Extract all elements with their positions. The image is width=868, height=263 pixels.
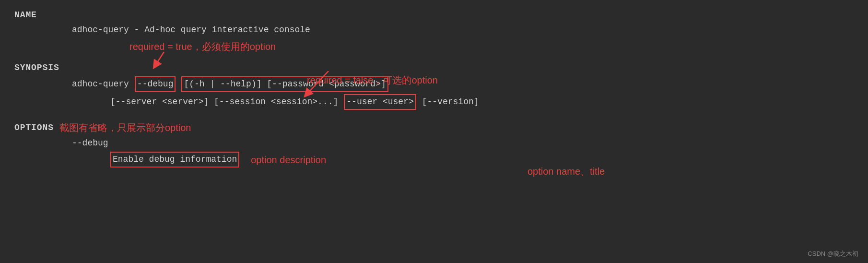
required-false-annotation: required = false，可选的option bbox=[307, 73, 438, 88]
option-name-title-label: option name、title bbox=[528, 166, 605, 177]
options-section: OPTIONS 截图有省略，只展示部分option --debug Enable… bbox=[14, 120, 854, 167]
enable-description-row: Enable debug information option descript… bbox=[14, 152, 854, 167]
required-false-label: required = false，可选的option bbox=[307, 75, 438, 85]
required-true-annotation-row: required = true，必须使用的option bbox=[14, 39, 854, 58]
synopsis-label: SYNOPSIS bbox=[14, 61, 854, 74]
debug-option-text: --debug bbox=[72, 138, 108, 148]
main-content: NAME adhoc-query - Ad-hoc query interact… bbox=[0, 0, 868, 176]
arrow-down-right-icon bbox=[150, 52, 178, 71]
synopsis-debug-box: --debug bbox=[135, 76, 176, 92]
options-label: OPTIONS bbox=[14, 121, 54, 134]
synopsis-version: [--version] bbox=[422, 96, 479, 108]
synopsis-section: SYNOPSIS adhoc-query --debug [(-h | --he… bbox=[14, 61, 854, 110]
options-note-label: 截图有省略，只展示部分option bbox=[59, 120, 191, 135]
synopsis-adhoc-query: adhoc-query bbox=[72, 78, 129, 91]
enable-debug-box: Enable debug information bbox=[110, 152, 239, 167]
options-header-row: OPTIONS 截图有省略，只展示部分option bbox=[14, 120, 854, 135]
synopsis-server-session: [--server <server>] [--session <session>… bbox=[110, 96, 338, 108]
name-label: NAME bbox=[14, 9, 854, 22]
svg-line-1 bbox=[155, 52, 164, 65]
option-description-label: option description bbox=[251, 153, 326, 167]
name-section: NAME adhoc-query - Ad-hoc query interact… bbox=[14, 9, 854, 36]
synopsis-line2: [--server <server>] [--session <session>… bbox=[14, 94, 854, 110]
name-description: adhoc-query - Ad-hoc query interactive c… bbox=[14, 24, 854, 36]
synopsis-user-box: --user <user> bbox=[344, 94, 416, 110]
debug-option-line: --debug bbox=[14, 137, 854, 150]
option-name-title-annotation: option name、title bbox=[528, 164, 605, 179]
watermark: CSDN @晓之木初 bbox=[808, 249, 858, 259]
